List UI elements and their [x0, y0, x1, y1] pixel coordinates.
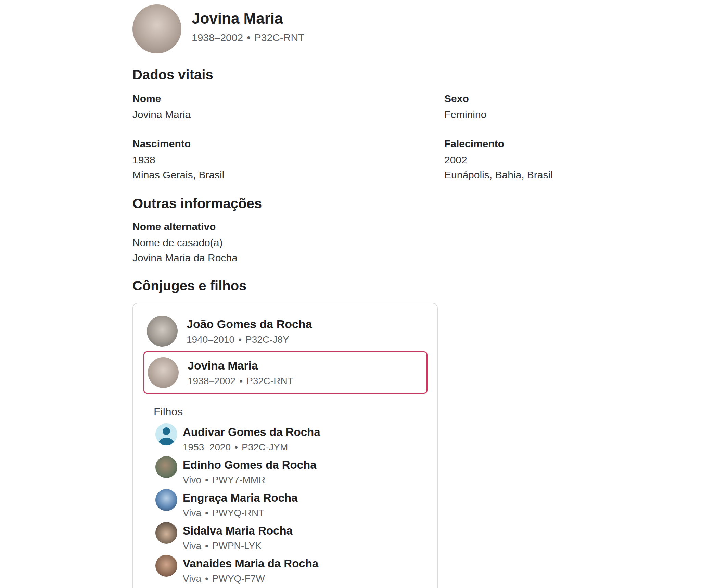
- child-id: PWYQ-RNT: [212, 508, 264, 518]
- alternate-name-value: Jovina Maria da Rocha: [132, 250, 262, 265]
- bullet-separator: •: [234, 442, 238, 452]
- child-portrait: [155, 555, 177, 577]
- field-sex-value: Feminino: [444, 107, 619, 122]
- lifespan-text: 1938–2002: [192, 32, 243, 43]
- child-id: PWY7-MMR: [212, 475, 266, 485]
- section-vital-data: Dados vitais Nome Jovina Maria Sexo Femi…: [132, 67, 619, 183]
- field-birth-place: Minas Gerais, Brasil: [132, 167, 444, 183]
- child-lifespan-line: Viva•PWYQ-F7W: [183, 572, 318, 585]
- field-birth: Nascimento 1938 Minas Gerais, Brasil: [132, 138, 444, 183]
- child-lifespan: Vivo: [183, 475, 201, 485]
- field-name: Nome Jovina Maria: [132, 93, 444, 122]
- field-birth-date: 1938: [132, 152, 444, 167]
- bullet-separator: •: [238, 334, 242, 345]
- child-lifespan: Viva: [183, 573, 201, 584]
- children-list: Audivar Gomes da Rocha 1953–2020•P32C-JY…: [155, 425, 428, 585]
- child-portrait: [155, 489, 177, 511]
- person-lifespan-line: 1938–2002•P32C-RNT: [192, 32, 304, 43]
- child-portrait: [155, 522, 177, 544]
- child-row-vanaides[interactable]: Vanaides Maria da Rocha Viva•PWYQ-F7W: [155, 556, 428, 585]
- child-row-audivar[interactable]: Audivar Gomes da Rocha 1953–2020•P32C-JY…: [155, 425, 428, 454]
- selected-person-id: P32C-RNT: [246, 376, 293, 386]
- field-death-date: 2002: [444, 152, 619, 167]
- alternate-name-type: Nome de casado(a): [132, 235, 262, 250]
- child-lifespan-line: Vivo•PWY7-MMR: [183, 474, 317, 487]
- field-death-label: Falecimento: [444, 138, 619, 150]
- bullet-separator: •: [205, 475, 208, 485]
- spouse-lifespan: 1940–2010: [187, 334, 234, 345]
- field-name-value: Jovina Maria: [132, 107, 444, 122]
- child-lifespan: Viva: [183, 540, 201, 551]
- child-row-sidalva[interactable]: Sidalva Maria Rocha Viva•PWPN-LYK: [155, 523, 428, 552]
- couple-card: João Gomes da Rocha 1940–2010•P32C-J8Y J…: [132, 303, 438, 588]
- child-portrait: [155, 456, 177, 478]
- field-death: Falecimento 2002 Eunápolis, Bahia, Brasi…: [444, 138, 619, 183]
- field-name-label: Nome: [132, 93, 444, 104]
- selected-person-box[interactable]: Jovina Maria 1938–2002•P32C-RNT: [143, 351, 428, 394]
- spouse-lifespan-line: 1940–2010•P32C-J8Y: [187, 334, 312, 345]
- field-death-place: Eunápolis, Bahia, Brasil: [444, 167, 619, 183]
- child-lifespan-line: 1953–2020•P32C-JYM: [183, 441, 320, 454]
- child-row-edinho[interactable]: Edinho Gomes da Rocha Vivo•PWY7-MMR: [155, 458, 428, 487]
- bullet-separator: •: [205, 540, 208, 551]
- child-name: Engraça Maria Rocha: [183, 490, 298, 505]
- bullet-separator: •: [239, 376, 243, 386]
- bullet-separator: •: [247, 32, 251, 43]
- bullet-separator: •: [205, 573, 208, 584]
- child-row-engraca[interactable]: Engraça Maria Rocha Viva•PWYQ-RNT: [155, 490, 428, 520]
- bullet-separator: •: [205, 508, 208, 518]
- child-id: PWYQ-F7W: [212, 573, 265, 584]
- selected-person-lifespan-line: 1938–2002•P32C-RNT: [188, 376, 293, 387]
- vital-data-heading: Dados vitais: [132, 67, 619, 83]
- selected-person-portrait: [148, 357, 179, 388]
- child-name: Sidalva Maria Rocha: [183, 523, 293, 538]
- section-other-information: Outras informações Nome alternativo Nome…: [132, 196, 262, 265]
- spouse-portrait: [147, 316, 178, 347]
- child-id: P32C-JYM: [242, 442, 288, 452]
- child-lifespan-line: Viva•PWYQ-RNT: [183, 506, 298, 520]
- person-portrait[interactable]: [132, 4, 181, 53]
- person-id: P32C-RNT: [254, 32, 305, 43]
- selected-person-lifespan: 1938–2002: [188, 376, 235, 386]
- spouse-row[interactable]: João Gomes da Rocha 1940–2010•P32C-J8Y: [147, 316, 428, 347]
- field-sex-label: Sexo: [444, 93, 619, 104]
- other-information-heading: Outras informações: [132, 196, 262, 211]
- child-lifespan: Viva: [183, 508, 201, 518]
- person-header: Jovina Maria 1938–2002•P32C-RNT: [132, 4, 304, 53]
- person-silhouette-icon: [155, 423, 177, 445]
- spouse-id: P32C-J8Y: [245, 334, 289, 345]
- child-id: PWPN-LYK: [212, 540, 262, 551]
- selected-person-name: Jovina Maria: [188, 359, 293, 372]
- page-title: Jovina Maria: [192, 10, 304, 27]
- alternate-name-label: Nome alternativo: [132, 221, 262, 233]
- spouse-name: João Gomes da Rocha: [187, 317, 312, 331]
- child-name: Edinho Gomes da Rocha: [183, 458, 317, 473]
- child-name: Audivar Gomes da Rocha: [183, 425, 320, 440]
- children-label: Filhos: [154, 404, 428, 419]
- child-name: Vanaides Maria da Rocha: [183, 556, 318, 571]
- child-lifespan: 1953–2020: [183, 442, 231, 452]
- section-spouses-children: Cônjuges e filhos João Gomes da Rocha 19…: [132, 277, 438, 588]
- field-birth-label: Nascimento: [132, 138, 444, 150]
- selected-person-row[interactable]: Jovina Maria 1938–2002•P32C-RNT: [148, 357, 422, 388]
- child-lifespan-line: Viva•PWPN-LYK: [183, 539, 293, 552]
- field-sex: Sexo Feminino: [444, 93, 619, 122]
- default-person-avatar-icon: [155, 423, 177, 445]
- spouses-children-heading: Cônjuges e filhos: [132, 277, 438, 294]
